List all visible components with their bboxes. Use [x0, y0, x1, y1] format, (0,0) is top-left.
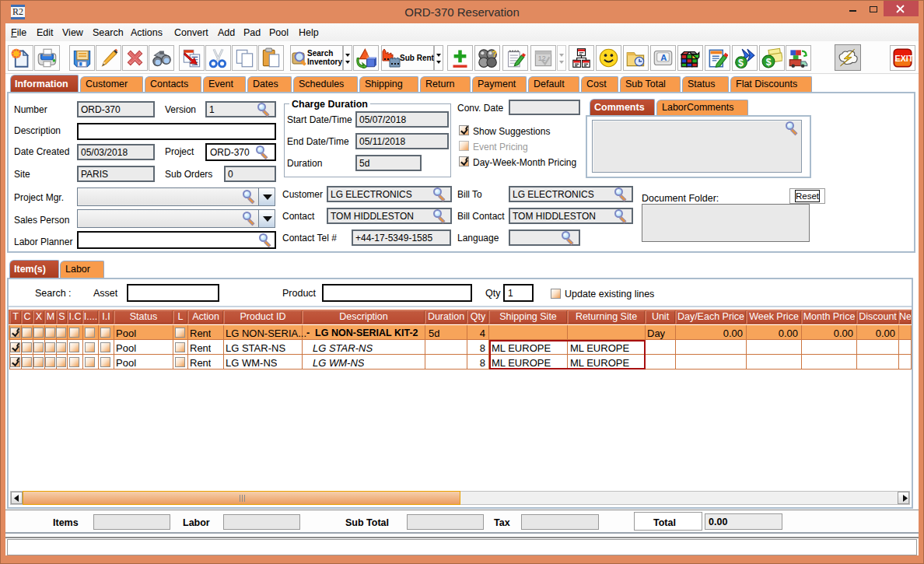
svg-text:$: $ — [766, 57, 772, 68]
svg-text:EXIT: EXIT — [895, 54, 913, 63]
svg-text:?: ? — [492, 49, 497, 58]
svg-text:A: A — [660, 53, 667, 62]
svg-text:$: $ — [738, 58, 744, 68]
